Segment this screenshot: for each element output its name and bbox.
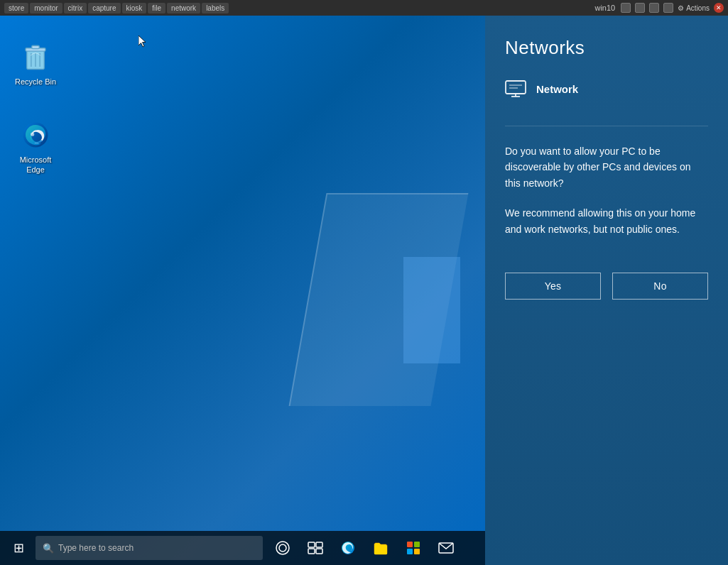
svg-rect-2 [32,45,40,48]
store-icon [406,540,421,556]
search-icon: 🔍 [43,543,54,554]
taskbar: ⊞ 🔍 Type here to search [0,531,485,565]
cortana-icon [275,540,290,556]
title-bar-actions: ⚙ Actions ✕ [621,3,724,13]
window-title: win10 [594,4,615,12]
taskbar-file-explorer[interactable] [365,532,396,564]
svg-rect-21 [506,81,526,94]
actions-label: Actions [686,4,710,12]
search-placeholder-text: Type here to search [58,543,134,553]
recycle-bin-image [18,40,53,74]
mouse-cursor [138,35,147,48]
microsoft-edge-icon[interactable]: Microsoft Edge [7,115,64,178]
divider [505,126,708,126]
svg-rect-16 [407,542,413,547]
edge-label: Microsoft Edge [10,155,61,175]
window-keymap-btn[interactable] [663,3,673,13]
svg-rect-13 [316,549,322,554]
windows-icon: ⊞ [13,540,24,556]
desktop: Recycle Bin [0,16,485,565]
tab-store[interactable]: store [4,3,28,13]
title-bar-right: win10 ⚙ Actions ✕ [594,3,724,13]
no-button[interactable]: No [612,273,708,300]
gear-icon: ⚙ [678,4,684,12]
svg-point-7 [31,133,34,136]
desktop-decoration-2 [403,257,460,363]
recycle-bin-icon[interactable]: Recycle Bin [7,37,64,89]
tab-kiosk[interactable]: kiosk [122,3,147,13]
window-close-btn[interactable]: ✕ [714,3,724,13]
networks-panel: Networks Network Do you want to allow yo… [485,16,728,565]
edge-taskbar-icon [340,540,356,556]
svg-rect-11 [316,542,322,547]
svg-point-9 [279,544,286,552]
title-bar-tabs: store monitor citrix capture kiosk file … [4,3,229,13]
window-restore-btn[interactable] [635,3,645,13]
svg-point-8 [276,542,289,554]
network-icon [505,80,526,97]
svg-rect-17 [414,542,420,547]
window-resize-btn[interactable] [621,3,631,13]
taskbar-store[interactable] [398,532,429,564]
recycle-bin-label: Recycle Bin [15,77,56,87]
taskbar-cortana[interactable] [267,532,298,564]
actions-menu[interactable]: ⚙ Actions [678,4,710,12]
title-bar-left: store monitor citrix capture kiosk file … [4,3,229,13]
taskbar-task-view[interactable] [300,532,331,564]
yes-button[interactable]: Yes [505,273,601,300]
network-buttons: Yes No [505,273,708,300]
title-bar: store monitor citrix capture kiosk file … [0,0,728,16]
taskbar-mail[interactable] [430,532,462,564]
start-button[interactable]: ⊞ [3,532,34,564]
tab-monitor[interactable]: monitor [30,3,62,13]
edge-svg [21,120,50,150]
tab-citrix[interactable]: citrix [64,3,87,13]
taskbar-edge[interactable] [332,532,364,564]
svg-rect-15 [374,546,387,554]
edge-image [18,118,53,152]
tab-file[interactable]: file [148,3,165,13]
recycle-bin-svg [21,42,50,72]
svg-rect-10 [308,542,315,547]
network-recommendation-text: We recommend allowing this on your home … [505,205,708,237]
svg-rect-12 [308,549,315,554]
task-view-icon [308,542,323,554]
network-item: Network [505,80,708,97]
taskbar-apps [267,532,462,564]
main-container: Recycle Bin [0,16,728,565]
file-explorer-icon [373,541,389,555]
svg-rect-18 [407,549,413,554]
svg-rect-19 [414,549,420,554]
tab-labels[interactable]: labels [202,3,229,13]
network-question-text: Do you want to allow your PC to be disco… [505,143,708,191]
tab-network[interactable]: network [167,3,200,13]
window-minimize-btn[interactable] [649,3,659,13]
networks-title: Networks [505,37,708,59]
mail-icon [438,542,454,554]
search-box[interactable]: 🔍 Type here to search [36,536,263,560]
network-label: Network [536,83,578,95]
tab-capture[interactable]: capture [88,3,120,13]
